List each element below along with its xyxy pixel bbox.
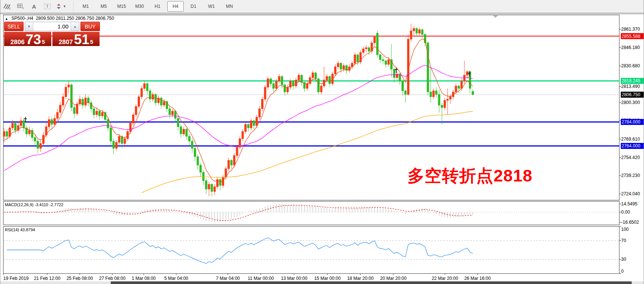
svg-text:2754.420: 2754.420 (621, 155, 640, 160)
svg-text:70: 70 (621, 238, 626, 243)
candle (388, 59, 390, 64)
svg-text:RSI(14) 43.8794: RSI(14) 43.8794 (5, 227, 35, 232)
buy-button[interactable]: BUY (80, 22, 100, 31)
candle (441, 105, 443, 107)
svg-text:2764.000: 2764.000 (622, 143, 640, 149)
candle (326, 76, 328, 80)
candle (273, 83, 275, 88)
candle (284, 85, 286, 92)
candle (169, 109, 171, 115)
candle (410, 31, 412, 39)
candle (270, 79, 272, 84)
svg-text:2806.750: 2806.750 (622, 92, 640, 97)
buy-price-display[interactable]: 2807 51 5 (52, 32, 100, 46)
candle (180, 127, 182, 134)
sell-price-display[interactable]: 2806 73 5 (4, 32, 51, 46)
candle (211, 184, 213, 191)
candle (205, 181, 207, 189)
chart-text-annotation: 多空转折点2818 (408, 165, 532, 187)
candle (376, 33, 378, 55)
candle (309, 77, 311, 83)
svg-text:2846.180: 2846.180 (621, 45, 640, 50)
candle (141, 88, 143, 97)
svg-text:5 Mar 04:00: 5 Mar 04:00 (164, 276, 188, 281)
time-axis: 19 Feb 201921 Feb 12:0025 Feb 08:0027 Fe… (3, 274, 491, 281)
candle (28, 130, 30, 134)
candle (335, 67, 336, 74)
candle (447, 99, 449, 100)
candle (186, 129, 187, 136)
candle (71, 85, 73, 108)
candle (343, 65, 345, 69)
candle (433, 91, 434, 97)
candle (287, 87, 289, 92)
candle (118, 136, 120, 142)
candle (449, 97, 451, 99)
candle (382, 59, 384, 61)
candle (40, 144, 42, 149)
candle (320, 86, 322, 92)
candle (219, 180, 221, 186)
svg-text:2813.490: 2813.490 (621, 84, 640, 89)
volume-input[interactable] (33, 22, 71, 31)
candle (368, 48, 370, 51)
candle (312, 73, 314, 78)
svg-text:2818.245: 2818.245 (622, 78, 640, 83)
sell-price-sup: 5 (42, 39, 45, 45)
candle (438, 94, 440, 105)
candle (281, 76, 283, 85)
sell-button[interactable]: SELL (4, 22, 24, 31)
svg-text:0: 0 (621, 269, 624, 274)
sell-price-small: 2806 (10, 39, 25, 45)
candle (12, 123, 13, 128)
candle (458, 86, 460, 88)
candle (23, 121, 25, 128)
candle (371, 43, 373, 51)
candle (337, 63, 339, 67)
candle (228, 160, 230, 168)
svg-text:15 Mar 00:00: 15 Mar 00:00 (314, 276, 341, 281)
h-scrollbar-thumb[interactable] (111, 281, 632, 284)
svg-text:2800.300: 2800.300 (621, 100, 640, 105)
volume-increase-button[interactable]: ▲ (71, 22, 79, 31)
svg-text:20 Mar 20:00: 20 Mar 20:00 (380, 276, 407, 281)
candle (247, 124, 249, 128)
candles (3, 24, 474, 196)
buy-price-sup: 5 (90, 39, 93, 45)
volume-decrease-button[interactable]: ▼ (25, 22, 33, 31)
candle (73, 107, 75, 113)
candle (82, 99, 84, 105)
candle (65, 87, 67, 97)
sell-price-big: 73 (26, 34, 41, 45)
candle (363, 49, 364, 52)
candle (464, 75, 466, 81)
candle (315, 73, 317, 79)
candle (76, 104, 78, 114)
candle (413, 28, 415, 31)
candle (290, 81, 292, 87)
candle (267, 79, 269, 87)
candle (259, 109, 260, 117)
volume-stepper: ▼ ▲ (25, 22, 79, 31)
svg-text:0.00: 0.00 (621, 210, 630, 215)
candle (189, 136, 190, 141)
candle (231, 160, 232, 165)
candle (135, 106, 137, 114)
candle (107, 119, 109, 128)
candle (54, 118, 56, 124)
candle (191, 141, 193, 148)
buy-price-big: 51 (74, 34, 89, 45)
svg-text:2784.000: 2784.000 (622, 119, 640, 125)
ohlc-readout: 2809.500 2811.250 2806.750 2806.750 (36, 16, 114, 21)
candle (85, 98, 86, 105)
svg-text:22 Mar 20:00: 22 Mar 20:00 (432, 276, 458, 281)
collapse-triangle-icon[interactable]: ▲ (5, 17, 8, 21)
candle (306, 83, 308, 88)
chart-shift-marker-icon (493, 15, 498, 18)
candle (298, 75, 300, 80)
candle (113, 141, 115, 148)
candle (278, 76, 280, 81)
candle (129, 123, 131, 131)
candle (444, 100, 446, 107)
candle (295, 80, 297, 86)
